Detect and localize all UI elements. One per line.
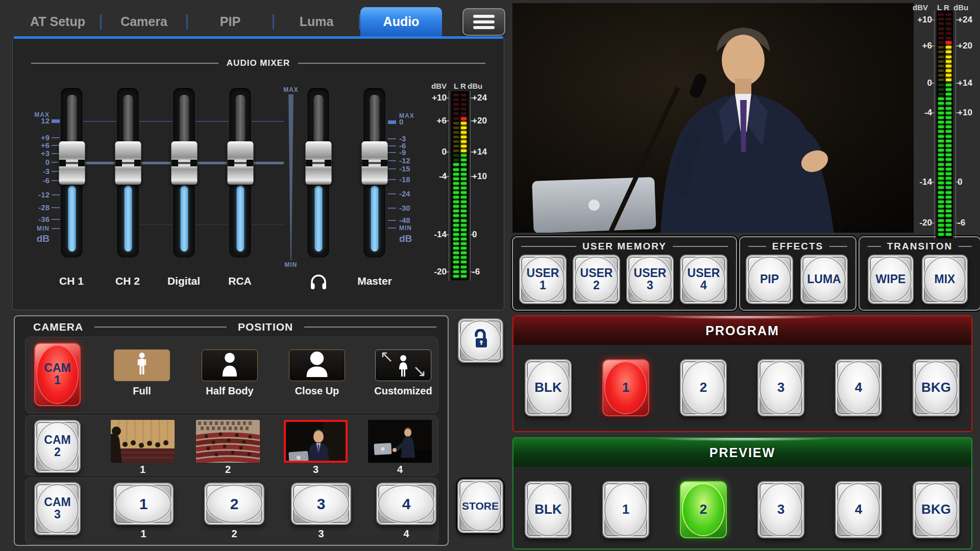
transition-mix[interactable]: MIX	[922, 255, 968, 304]
tab-audio[interactable]: Audio	[360, 7, 442, 36]
output-meter-led-r	[946, 126, 951, 128]
lock-button[interactable]	[458, 318, 503, 363]
mixer-meter-led-r	[461, 210, 467, 212]
fader-headphone[interactable]	[307, 88, 329, 258]
preview-bus-3[interactable]: 3	[757, 481, 804, 538]
fader-rca-handle[interactable]	[227, 141, 253, 185]
program-bus-2[interactable]: 2	[680, 359, 727, 416]
tab-luma[interactable]: Luma	[274, 7, 359, 36]
fader-rca[interactable]	[229, 88, 251, 258]
cam3-preset-3[interactable]: 3	[291, 483, 351, 525]
mixer-meter-led-l	[453, 256, 459, 259]
mixer-meter-led-r	[461, 122, 467, 124]
camera-select-cam-2[interactable]: CAM 2	[34, 420, 81, 473]
tab-pip[interactable]: PIP	[188, 7, 273, 36]
position-preset-full[interactable]	[114, 349, 170, 381]
fader-ch-2-handle[interactable]	[115, 141, 141, 185]
mixer-meter-led-r	[461, 131, 467, 134]
mixer-meter-dbv-label: +10	[421, 93, 447, 103]
camera-thumbnail-4[interactable]	[368, 420, 432, 463]
fader-master-handle[interactable]	[361, 141, 387, 185]
mixer-meter-led-l	[453, 108, 459, 110]
transition-wipe[interactable]: WIPE	[868, 255, 914, 304]
output-meter-led-r	[946, 219, 951, 222]
effects-luma[interactable]: LUMA	[800, 255, 848, 304]
cam3-preset-2[interactable]: 2	[204, 483, 264, 525]
output-meter-led-r	[946, 130, 951, 133]
position-preset-half-body[interactable]	[202, 349, 258, 381]
effects-title: EFFECTS	[772, 241, 824, 252]
fader-headphone-handle[interactable]	[305, 141, 331, 185]
mixer-meter-unit-dbv: dBV	[431, 82, 447, 90]
mixer-meter-led-r	[461, 159, 467, 161]
user-memory-title: USER MEMORY	[582, 241, 667, 252]
preview-bus-bkg[interactable]: BKG	[913, 481, 960, 538]
camera-select-cam-1[interactable]: CAM 1	[34, 343, 81, 406]
store-button[interactable]: STORE	[457, 479, 503, 533]
output-meter-led-row	[937, 176, 953, 181]
user-memory-user-1[interactable]: USER 1	[519, 255, 567, 304]
mixer-meter-led-l	[453, 136, 459, 138]
output-meter-led-row	[937, 134, 953, 138]
camera-thumbnail-label: 3	[284, 464, 348, 475]
position-preset-customized[interactable]	[375, 349, 431, 381]
channel-label-rca: RCA	[212, 275, 268, 287]
wedge-max-label: MAX	[276, 85, 306, 94]
program-bus-3[interactable]: 3	[757, 359, 804, 416]
master-scale-tick	[388, 145, 396, 146]
hamburger-menu-button[interactable]	[462, 8, 505, 36]
output-meter-led-row	[937, 148, 953, 153]
output-meter-led-row	[937, 129, 953, 134]
mixer-meter-led-row	[451, 199, 469, 204]
program-bus-bkg[interactable]: BKG	[913, 359, 960, 416]
output-meter-led-r	[946, 102, 951, 105]
mixer-meter-led-l	[453, 205, 459, 208]
camera-thumbnail-2[interactable]	[196, 420, 260, 463]
master-scale-tick	[388, 138, 396, 139]
fader-ch-1-handle[interactable]	[59, 141, 85, 185]
camera-thumbnail-label: 2	[196, 464, 260, 475]
mixer-meter-led-r	[461, 98, 467, 101]
fader-ch-2[interactable]	[117, 88, 139, 258]
position-preset-close-up[interactable]	[289, 349, 345, 381]
tab-camera[interactable]: Camera	[102, 7, 186, 36]
master-scale-tick	[388, 168, 396, 169]
fader-digital[interactable]	[173, 88, 195, 258]
camera-title: CAMERA	[33, 321, 83, 333]
preview-bus-2[interactable]: 2	[680, 481, 727, 538]
user-memory-user-2[interactable]: USER 2	[573, 255, 620, 304]
fader-rca-stripe	[235, 95, 245, 143]
preview-bus-blk[interactable]: BLK	[525, 481, 572, 538]
cam3-preset-4[interactable]: 4	[376, 483, 436, 525]
camera-thumbnail-1[interactable]	[111, 420, 175, 463]
fader-digital-handle[interactable]	[171, 141, 197, 185]
mixer-meter-led-row	[451, 107, 469, 111]
mixer-meter-led-r	[461, 178, 467, 180]
video-preview-monitor[interactable]	[512, 3, 914, 233]
fader-master[interactable]	[363, 88, 385, 258]
cam3-row: CAM 311223344	[25, 478, 438, 545]
output-meter-led-l	[938, 79, 944, 81]
cam3-preset-1[interactable]: 1	[113, 483, 174, 525]
output-meter-tick	[956, 83, 960, 84]
output-meter-led-r	[946, 214, 951, 217]
program-bus-blk[interactable]: BLK	[525, 359, 572, 416]
transition-label: WIPE	[876, 273, 906, 286]
mixer-meter-led-l	[453, 275, 459, 278]
tab-at-setup[interactable]: AT Setup	[15, 7, 100, 36]
mixer-meter-led-row	[451, 190, 469, 195]
preview-bus-4[interactable]: 4	[835, 481, 882, 538]
fader-ch-1[interactable]	[61, 88, 83, 258]
program-bus-1[interactable]: 1	[602, 359, 649, 416]
effects-pip[interactable]: PIP	[746, 255, 793, 304]
mixer-meter-led-l	[453, 229, 459, 231]
camera-select-cam-3[interactable]: CAM 3	[34, 482, 81, 535]
user-memory-user-3[interactable]: USER 3	[626, 255, 674, 304]
program-bus-4[interactable]: 4	[835, 359, 882, 416]
output-meter-led-r	[946, 116, 951, 119]
preview-bus-1[interactable]: 1	[602, 481, 649, 538]
output-meter-led-row	[937, 68, 953, 73]
output-meter-tick	[956, 182, 960, 183]
camera-thumbnail-3[interactable]	[284, 420, 348, 463]
user-memory-user-4[interactable]: USER 4	[680, 255, 727, 304]
